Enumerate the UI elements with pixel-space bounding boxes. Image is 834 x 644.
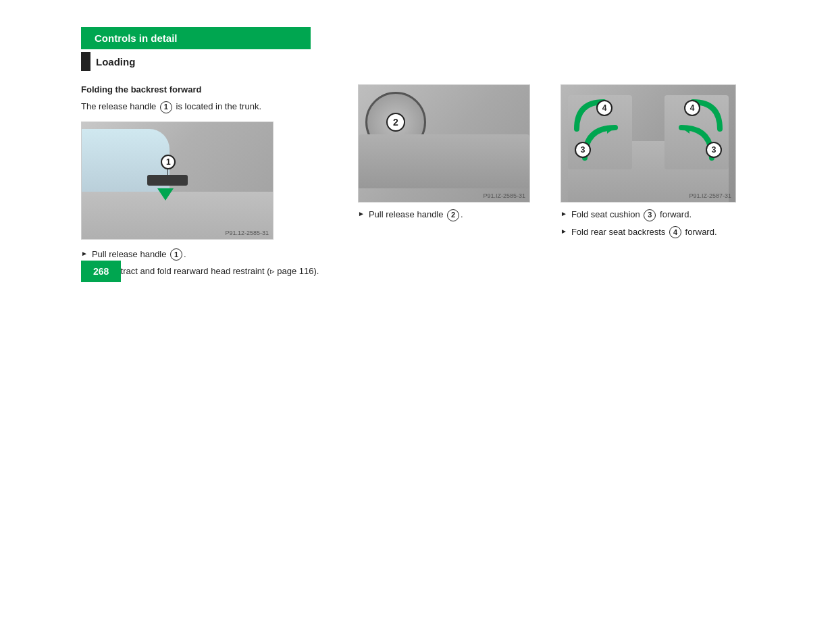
header-section: Controls in detail Loading (81, 27, 753, 71)
trunk-handle: 1 (147, 175, 188, 186)
bullet-arrow-4: ► (561, 209, 567, 219)
description-text: The release handle 1 is located in the t… (81, 100, 338, 113)
bullet-item-5: ► Fold rear seat backrests 4 forward. (561, 225, 717, 239)
bullet-item-4: ► Fold seat cushion 3 forward. (561, 208, 717, 221)
content-area: Folding the backrest forward The release… (81, 84, 753, 282)
bullet-arrow-5: ► (561, 226, 567, 236)
seat-cushion (359, 134, 529, 188)
page-number: 268 (81, 261, 121, 282)
bullet-text-1: Pull release handle 1. (92, 248, 186, 261)
image3-label: P91.IZ-2587-31 (689, 192, 731, 199)
left-column: Folding the backrest forward The release… (81, 84, 338, 282)
controls-banner: Controls in detail (81, 27, 311, 49)
trunk-image: 1 P91.12-2585-31 (81, 122, 273, 240)
rear-seats-interior: 3 3 4 4 (561, 85, 735, 202)
section-title: Folding the backrest forward (81, 84, 338, 95)
trunk-interior: 1 (82, 122, 273, 239)
bullet-text-3: Pull release handle 2. (369, 208, 463, 221)
num-3-circle-right: 3 (706, 142, 722, 158)
bullet-item-3: ► Pull release handle 2. (358, 208, 463, 221)
window-shape (82, 129, 170, 196)
bullet-text-5: Fold rear seat backrests 4 forward. (571, 225, 717, 239)
seat-image: 2 P91.IZ-2585-31 (358, 84, 530, 203)
page-footer: 268 (81, 261, 121, 282)
circle-4b: 4 (669, 226, 681, 238)
bullet-item-1: ► Pull release handle 1. (81, 248, 338, 261)
num-4-circle-left: 4 (596, 100, 613, 116)
page-wrapper: Controls in detail Loading Folding the b… (0, 0, 834, 309)
loading-label: Loading (81, 52, 753, 71)
num-1-overlay: 1 (161, 155, 176, 169)
seat-interior: 2 (359, 85, 529, 202)
bullet-arrow-1: ► (81, 248, 88, 259)
bullet-text-4: Fold seat cushion 3 forward. (571, 208, 692, 221)
banner-text: Controls in detail (95, 32, 178, 44)
num-4-circle-right: 4 (684, 100, 700, 116)
bullet-arrow-3: ► (358, 209, 365, 219)
loading-bar-icon (81, 52, 90, 71)
circle-3b: 3 (644, 209, 656, 221)
handle-body (147, 175, 188, 186)
middle-column: 2 P91.IZ-2585-31 ► Pull release handle 2… (358, 84, 540, 225)
image2-label: P91.IZ-2585-31 (483, 192, 525, 199)
section-label: Loading (96, 56, 135, 68)
circle-1: 1 (160, 101, 172, 113)
bullet-text-2: Fully retract and fold rearward head res… (92, 265, 319, 278)
handle-arrow (157, 188, 174, 200)
middle-instructions: ► Pull release handle 2. (358, 208, 463, 225)
num-3-circle-left: 3 (575, 142, 591, 158)
right-instructions: ► Fold seat cushion 3 forward. ► Fold re… (561, 208, 717, 242)
right-column: 3 3 4 4 P91.IZ-2587-31 ► Fold seat cushi… (561, 84, 746, 242)
circle-1b: 1 (170, 248, 182, 261)
image1-label: P91.12-2585-31 (225, 230, 269, 236)
rear-seats-image: 3 3 4 4 P91.IZ-2587-31 (561, 84, 736, 203)
num-2-circle: 2 (386, 113, 405, 132)
circle-2b: 2 (447, 209, 459, 221)
